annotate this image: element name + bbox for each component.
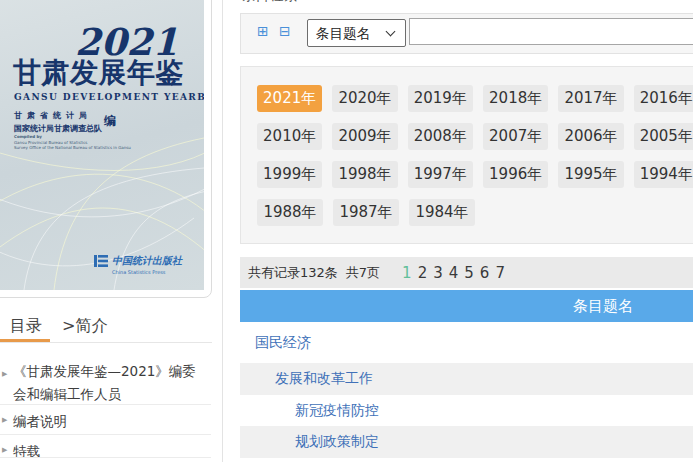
entry-link[interactable]: 新冠疫情防控 [240, 402, 379, 420]
collapse-icon[interactable]: ⊟ [279, 24, 291, 38]
pagination-bar: 共有记录132条 共7页 1234567 [240, 257, 693, 288]
page-number-1[interactable]: 1 [402, 264, 412, 282]
cover-subtitle: GANSU DEVELOPMENT YEARBOOK [14, 92, 204, 102]
section-arrow-icon: ▸ [231, 0, 237, 3]
table-header: 条目题名 [240, 290, 693, 322]
pages-count-text: 共7页 [346, 264, 380, 282]
year-button-1995[interactable]: 1995年 [558, 161, 623, 188]
section-title-label: 条目检索 [242, 0, 298, 3]
page-number-2[interactable]: 2 [418, 264, 428, 282]
entry-link[interactable]: 国民经济 [240, 334, 311, 352]
table-row: 规划政策制定 [240, 426, 693, 458]
toc-arrow-icon: ▶ [2, 446, 7, 454]
search-field-select[interactable]: 条目题名 [307, 19, 406, 47]
section-title: ▸条目检索 [231, 0, 298, 5]
year-button-2005[interactable]: 2005年 [634, 123, 693, 150]
search-panel: ⊞ ⊟ 条目题名 [240, 13, 693, 54]
cover-english-credits: Compiled by Gansu Provincial Bureau of S… [14, 134, 131, 151]
year-button-1999[interactable]: 1999年 [257, 161, 322, 188]
page-number-7[interactable]: 7 [495, 264, 505, 282]
table-row: 新冠疫情防控 [240, 395, 693, 426]
toc-item[interactable]: ▶编者说明 [0, 410, 208, 433]
table-row: 国民经济 [240, 322, 693, 363]
toc-item[interactable]: ▶特载 [0, 440, 208, 462]
page-number-list: 1234567 [402, 264, 505, 282]
year-button-2006[interactable]: 2006年 [558, 123, 623, 150]
publisher-block: 中国统计出版社 China Statistics Press [94, 254, 182, 275]
year-button-2018[interactable]: 2018年 [483, 85, 548, 112]
expand-icon[interactable]: ⊞ [257, 24, 269, 38]
toc-item-label: 《甘肃发展年鉴—2021》编委会和编辑工作人员 [0, 360, 208, 406]
toc-arrow-icon: ▶ [2, 416, 7, 424]
year-button-2009[interactable]: 2009年 [332, 123, 397, 150]
year-button-2007[interactable]: 2007年 [483, 123, 548, 150]
tabs-divider [0, 342, 212, 343]
table-header-label: 条目题名 [573, 290, 633, 322]
toc-item[interactable]: ▶《甘肃发展年鉴—2021》编委会和编辑工作人员 [0, 360, 208, 406]
compile-mark: 编 [104, 113, 116, 130]
year-button-2010[interactable]: 2010年 [257, 123, 322, 150]
tab-toc[interactable]: 目录 [10, 316, 42, 337]
year-button-2008[interactable]: 2008年 [408, 123, 473, 150]
table-row: 发展和改革工作 [240, 363, 693, 395]
page-number-4[interactable]: 4 [449, 264, 459, 282]
compiled-en-line2: Survey Office of the National Bureau of … [14, 145, 131, 151]
year-button-2021[interactable]: 2021年 [257, 85, 322, 112]
page-number-3[interactable]: 3 [433, 264, 443, 282]
publisher-logo-icon [94, 254, 108, 268]
tab-intro[interactable]: >简介 [62, 316, 107, 337]
app-root: 2021 甘肃发展年鉴 GANSU DEVELOPMENT YEARBOOK 甘… [0, 0, 693, 462]
year-button-2020[interactable]: 2020年 [332, 85, 397, 112]
book-cover-card: 2021 甘肃发展年鉴 GANSU DEVELOPMENT YEARBOOK 甘… [0, 0, 212, 298]
publisher-name-cn: 中国统计出版社 [112, 254, 182, 268]
year-button-1984[interactable]: 1984年 [409, 199, 475, 226]
toc-separator [0, 457, 211, 458]
page-number-6[interactable]: 6 [480, 264, 490, 282]
year-filter-panel: 2021年2020年2019年2018年2017年2016年2010年2009年… [240, 66, 693, 244]
entries-table: 国民经济发展和改革工作新冠疫情防控规划政策制定 [240, 322, 693, 458]
year-button-2019[interactable]: 2019年 [408, 85, 473, 112]
column-divider [222, 0, 223, 462]
year-button-1987[interactable]: 1987年 [333, 199, 399, 226]
toc-item-label: 特载 [0, 440, 208, 462]
toc-separator [0, 434, 211, 435]
year-button-1997[interactable]: 1997年 [408, 161, 473, 188]
records-count-text: 共有记录132条 [248, 264, 338, 282]
year-button-row: 2021年2020年2019年2018年2017年2016年 [257, 85, 693, 112]
publisher-name-en: China Statistics Press [112, 269, 182, 275]
year-button-1994[interactable]: 1994年 [634, 161, 693, 188]
toc-item-label: 编者说明 [0, 410, 208, 433]
year-button-row: 1988年1987年1984年 [257, 199, 693, 226]
year-button-1998[interactable]: 1998年 [332, 161, 397, 188]
entry-link[interactable]: 规划政策制定 [240, 433, 379, 451]
page-number-5[interactable]: 5 [464, 264, 474, 282]
toc-separator [0, 404, 211, 405]
toc-arrow-icon: ▶ [2, 370, 7, 378]
year-button-row: 1999年1998年1997年1996年1995年1994年 [257, 161, 693, 188]
search-input[interactable] [409, 18, 693, 45]
cover-compilers: 甘肃省统计局 国家统计局甘肃调查总队 编 [14, 110, 124, 134]
entry-link[interactable]: 发展和改革工作 [240, 370, 373, 388]
year-button-1996[interactable]: 1996年 [483, 161, 548, 188]
year-button-row: 2010年2009年2008年2007年2006年2005年 [257, 123, 693, 150]
year-button-2017[interactable]: 2017年 [558, 85, 623, 112]
book-cover-image: 2021 甘肃发展年鉴 GANSU DEVELOPMENT YEARBOOK 甘… [0, 0, 204, 290]
year-button-1988[interactable]: 1988年 [257, 199, 323, 226]
cover-title: 甘肃发展年鉴 [13, 54, 184, 92]
year-button-2016[interactable]: 2016年 [634, 85, 693, 112]
